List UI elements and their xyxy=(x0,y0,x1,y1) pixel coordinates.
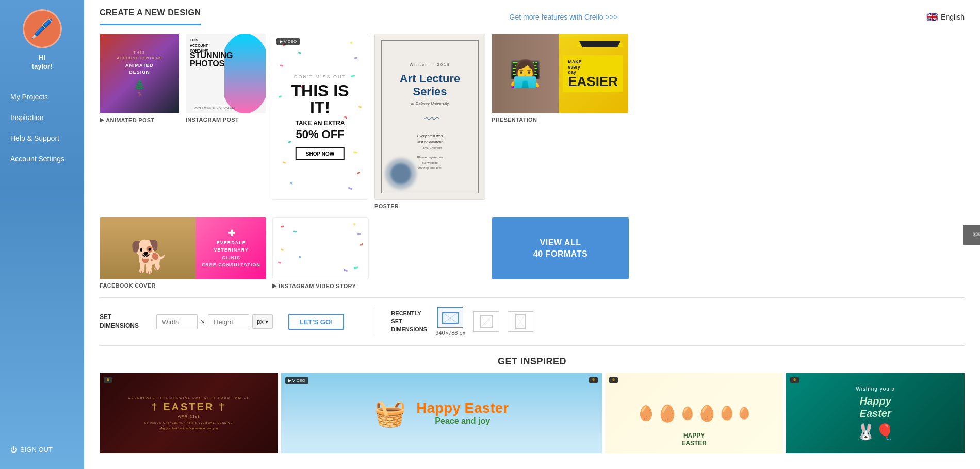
portrait-icon xyxy=(515,313,526,330)
design-card-animated-post[interactable]: THIS ACCOUNT CONTAINS ANIMATED DESIGN 🌲 … xyxy=(100,34,179,209)
flag-icon: 🇬🇧 xyxy=(926,11,938,23)
unit-selector[interactable]: px ▾ xyxy=(252,314,273,329)
greeting: Hi taylor! xyxy=(32,54,53,71)
design-thumb-poster: Winter — 2018 Art LectureSeries at Dabne… xyxy=(374,34,485,200)
design-card-instagram-video-story-container: ▶ INSTAGRAM VIDEO STORY xyxy=(272,217,369,289)
spacer-poster-col xyxy=(375,217,486,289)
square-icon xyxy=(479,314,494,329)
easter-teal-content: ♛ Wishing you a HappyEaster 🐰🎈 xyxy=(786,373,965,453)
video-badge: ▶ VIDEO xyxy=(276,38,300,45)
sidebar: 🖊️ Hi taylor! My Projects Inspiration He… xyxy=(0,0,84,469)
dimension-x-separator: × xyxy=(201,317,205,326)
avatar-icon: 🖊️ xyxy=(30,18,54,40)
set-dimensions-label: SET DIMENSIONS xyxy=(100,313,141,330)
sidebar-item-my-projects[interactable]: My Projects xyxy=(0,87,84,107)
design-cards-row2: 🐕 ✚ EVERDALEVETERINARYCLINICFREE CONSULT… xyxy=(84,217,980,297)
design-thumb-animated: THIS ACCOUNT CONTAINS ANIMATED DESIGN 🌲 … xyxy=(100,34,179,113)
video-badge-blue: ▶ VIDEO xyxy=(285,377,308,384)
main-header: CREATE A NEW DESIGN Get more features wi… xyxy=(84,0,980,25)
page-title: CREATE A NEW DESIGN xyxy=(100,8,201,25)
inspired-card-easter-teal[interactable]: ♛ Wishing you a HappyEaster 🐰🎈 xyxy=(786,373,965,453)
main-content: CREATE A NEW DESIGN Get more features wi… xyxy=(84,0,980,469)
get-inspired-title: GET INSPIRED xyxy=(84,346,980,373)
play-icon: ▶ xyxy=(100,116,104,123)
design-label-facebook: FACEBOOK COVER xyxy=(100,282,266,289)
dim-preset-square[interactable] xyxy=(473,311,499,332)
easter-eggs-content: ♛ 🥚 🥚 🥚 🥚 🥚 🥚 HAPPYEASTER xyxy=(605,373,783,453)
recently-set-dimensions: RECENTLY SET DIMENSIONS 940×788 px xyxy=(375,307,533,336)
dimension-preset-3[interactable] xyxy=(508,311,533,332)
premium-badge-dark: ♛ xyxy=(104,377,112,383)
design-thumb-instagram: THISACCOUNTCONTAINS STUNNINGPHOTOS — DON… xyxy=(186,34,266,113)
inspired-card-easter-dark[interactable]: ♛ CELEBRATE THIS SPECIAL DAY WITH YOUR F… xyxy=(100,373,278,453)
chevron-down-icon: ▾ xyxy=(265,318,268,325)
design-card-presentation[interactable]: 👩‍💻 MAKE every day EASIER PRESENTATION xyxy=(492,34,628,209)
language-selector[interactable]: 🇬🇧 English xyxy=(926,11,965,23)
design-cards-row1: THIS ACCOUNT CONTAINS ANIMATED DESIGN 🌲 … xyxy=(84,25,980,217)
feedback-tab[interactable]: Feedback xyxy=(964,225,981,245)
happy-easter-text: Happy Easter Peace and joy xyxy=(416,400,509,426)
design-card-instagram-post[interactable]: THISACCOUNTCONTAINS STUNNINGPHOTOS — DON… xyxy=(186,34,266,209)
play-icon-story: ▶ xyxy=(272,282,276,289)
view-all-text: VIEW ALL 40 FORMATS xyxy=(533,237,587,260)
height-input[interactable] xyxy=(208,314,249,329)
sign-out-button[interactable]: ⏻ SIGN OUT xyxy=(0,441,84,459)
lets-go-button[interactable]: LET'S GO! xyxy=(288,314,344,330)
sidebar-item-help-support[interactable]: Help & Support xyxy=(0,128,84,148)
design-card-sale[interactable]: ▶ VIDEO DON'T MISS OUT xyxy=(272,34,368,209)
design-thumb-video-story xyxy=(272,217,369,279)
dim-preset-landscape[interactable] xyxy=(437,307,463,328)
design-label-instagram: INSTAGRAM POST xyxy=(186,116,266,123)
design-label-animated: ▶ ANIMATED POST xyxy=(100,116,179,123)
dimension-inputs: × px ▾ xyxy=(156,314,273,329)
premium-badge-teal: ♛ xyxy=(790,377,799,383)
easter-dark-content: CELEBRATE THIS SPECIAL DAY WITH YOUR FAM… xyxy=(123,391,254,435)
view-all-button[interactable]: VIEW ALL 40 FORMATS xyxy=(492,217,629,279)
sidebar-item-account-settings[interactable]: Account Settings xyxy=(0,148,84,169)
design-thumb-presentation: 👩‍💻 MAKE every day EASIER xyxy=(492,34,628,113)
dim-preset-value: 940×788 px xyxy=(435,330,465,336)
inspired-card-easter-eggs[interactable]: ♛ 🥚 🥚 🥚 🥚 🥚 🥚 HAPPYEASTER xyxy=(605,373,783,453)
dim-preset-portrait[interactable] xyxy=(508,311,533,332)
inspired-card-easter-blue[interactable]: ▶ VIDEO ♛ 🧺 Happy Easter Peace and joy xyxy=(281,373,602,453)
landscape-icon xyxy=(442,311,459,324)
premium-badge-blue: ♛ xyxy=(589,377,598,383)
inspired-grid: ♛ CELEBRATE THIS SPECIAL DAY WITH YOUR F… xyxy=(84,373,980,453)
crello-promo-link[interactable]: Get more features with Crello >>> xyxy=(510,13,618,21)
design-label-presentation: PRESENTATION xyxy=(492,116,628,123)
basket-icon: 🧺 xyxy=(374,398,406,428)
dimension-preset-2[interactable] xyxy=(473,311,499,332)
design-card-facebook-cover[interactable]: 🐕 ✚ EVERDALEVETERINARYCLINICFREE CONSULT… xyxy=(100,217,266,289)
dimensions-section: SET DIMENSIONS × px ▾ LET'S GO! RECENTLY… xyxy=(84,298,980,345)
design-card-poster[interactable]: Winter — 2018 Art LectureSeries at Dabne… xyxy=(374,34,485,209)
width-input[interactable] xyxy=(156,314,198,329)
sidebar-item-inspiration[interactable]: Inspiration xyxy=(0,107,84,128)
recently-set-label: RECENTLY SET DIMENSIONS xyxy=(391,310,427,333)
avatar: 🖊️ xyxy=(23,9,62,48)
design-label-poster: POSTER xyxy=(374,203,485,209)
premium-badge-eggs: ♛ xyxy=(609,377,618,383)
power-icon: ⏻ xyxy=(10,446,17,454)
design-thumb-facebook: 🐕 ✚ EVERDALEVETERINARYCLINICFREE CONSULT… xyxy=(100,217,266,279)
design-label-video-story: ▶ INSTAGRAM VIDEO STORY xyxy=(272,282,369,289)
design-thumb-sale: ▶ VIDEO DON'T MISS OUT xyxy=(272,34,368,200)
dimension-preset-1[interactable]: 940×788 px xyxy=(435,307,465,336)
